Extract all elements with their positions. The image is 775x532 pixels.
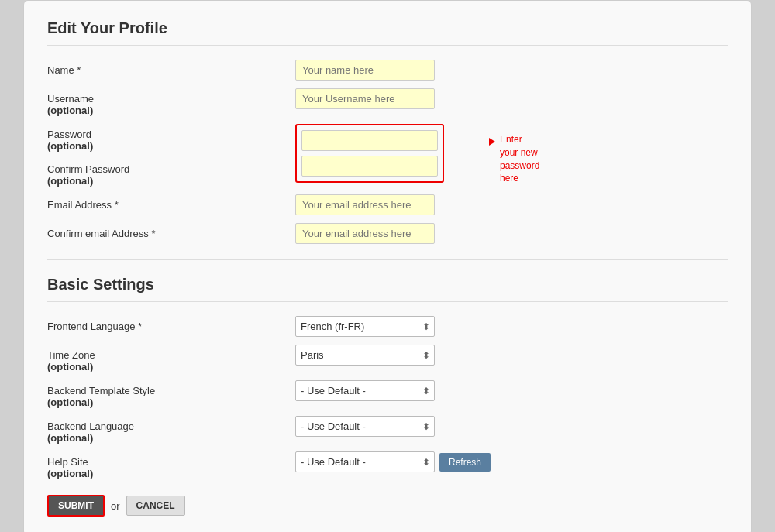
help-site-select[interactable]: - Use Default - Option 1 Option 2 <box>295 451 435 472</box>
profile-section-title: Edit Your Profile <box>47 19 728 46</box>
basic-settings-section: Basic Settings Frontend Language * Frenc… <box>47 276 728 479</box>
help-site-label: Help Site (optional) <box>47 451 295 479</box>
or-text: or <box>111 500 120 512</box>
timezone-label: Time Zone (optional) <box>47 345 295 372</box>
confirm-email-field-group: Confirm email Address * <box>47 223 728 244</box>
email-label: Email Address * <box>47 194 295 211</box>
password-input[interactable] <box>301 130 438 151</box>
username-input[interactable] <box>295 88 435 109</box>
cancel-button[interactable]: CANCEL <box>126 496 185 516</box>
username-label: Username (optional) <box>47 88 295 116</box>
annotation-arrowhead <box>489 138 495 146</box>
frontend-language-select[interactable]: French (fr-FR) English (en-US) German (d… <box>295 316 435 337</box>
backend-language-group: Backend Language (optional) - Use Defaul… <box>47 416 728 444</box>
backend-template-select-wrapper: - Use Default - Style 1 Style 2 <box>295 380 435 401</box>
timezone-group: Time Zone (optional) Paris London New Yo… <box>47 345 728 372</box>
frontend-language-group: Frontend Language * French (fr-FR) Engli… <box>47 316 728 337</box>
basic-settings-title: Basic Settings <box>47 276 728 302</box>
name-field-group: Name * <box>47 60 728 81</box>
bottom-button-row: SUBMIT or CANCEL <box>47 495 728 517</box>
profile-section: Edit Your Profile Name * Username (optio… <box>47 19 728 244</box>
email-input[interactable] <box>295 194 435 215</box>
frontend-language-select-wrapper: French (fr-FR) English (en-US) German (d… <box>295 316 435 337</box>
password-label: Password (optional) Confirm Password (op… <box>47 124 295 187</box>
timezone-select-wrapper: Paris London New York Tokyo <box>295 345 435 366</box>
help-site-row: - Use Default - Option 1 Option 2 Refres… <box>295 451 491 472</box>
password-inputs-container: Enter your newpassword here <box>295 124 444 183</box>
help-site-select-wrapper: - Use Default - Option 1 Option 2 <box>295 451 435 472</box>
name-label: Name * <box>47 60 295 76</box>
name-input[interactable] <box>295 60 435 81</box>
help-site-group: Help Site (optional) - Use Default - Opt… <box>47 451 728 479</box>
timezone-select[interactable]: Paris London New York Tokyo <box>295 345 435 366</box>
password-box <box>295 124 444 183</box>
backend-language-label: Backend Language (optional) <box>47 416 295 444</box>
annotation-text: Enter your newpassword here <box>500 133 539 185</box>
confirm-email-label: Confirm email Address * <box>47 223 295 239</box>
username-field-group: Username (optional) <box>47 88 728 116</box>
backend-template-group: Backend Template Style (optional) - Use … <box>47 380 728 408</box>
profile-card: Edit Your Profile Name * Username (optio… <box>23 0 752 532</box>
backend-language-select[interactable]: - Use Default - English French <box>295 416 435 437</box>
annotation-arrow <box>458 138 495 146</box>
section-divider <box>47 259 728 260</box>
confirm-email-input[interactable] <box>295 223 435 244</box>
backend-language-select-wrapper: - Use Default - English French <box>295 416 435 437</box>
frontend-language-label: Frontend Language * <box>47 316 295 332</box>
backend-template-label: Backend Template Style (optional) <box>47 380 295 408</box>
confirm-password-input[interactable] <box>301 156 438 177</box>
submit-button[interactable]: SUBMIT <box>47 495 105 517</box>
annotation-line <box>458 142 489 142</box>
email-field-group: Email Address * <box>47 194 728 215</box>
password-annotation: Enter your newpassword here <box>458 132 539 185</box>
password-field-group: Password (optional) Confirm Password (op… <box>47 124 728 187</box>
refresh-button[interactable]: Refresh <box>439 453 491 472</box>
backend-template-select[interactable]: - Use Default - Style 1 Style 2 <box>295 380 435 401</box>
